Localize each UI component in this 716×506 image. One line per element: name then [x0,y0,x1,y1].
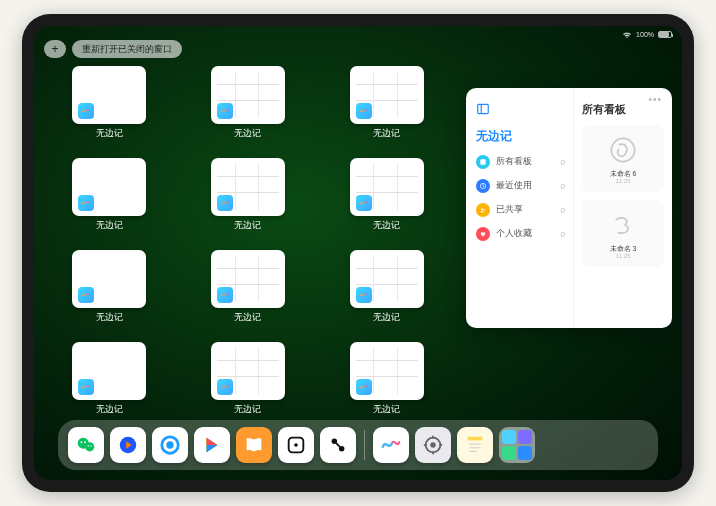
freeform-app-icon [356,103,372,119]
freeform-app-icon [217,379,233,395]
sidebar-item-icon [476,227,490,241]
board-meta: 未命名 611:25 [610,169,637,186]
app-preview-panel[interactable]: ••• 无边记 所有看板0最近使用0已共享0个人收藏0 所有看板 未命名 611… [466,88,672,328]
window-thumbnail[interactable]: 无边记 [183,342,314,414]
window-preview [211,250,285,308]
window-label: 无边记 [373,127,400,140]
sidebar-item-label: 已共享 [496,204,523,216]
window-thumbnail[interactable]: 无边记 [321,342,452,414]
sidebar-item-count: 0 [561,158,565,167]
panel-sidebar: 无边记 所有看板0最近使用0已共享0个人收藏0 [466,88,574,328]
dock [58,420,658,470]
window-label: 无边记 [234,219,261,232]
sidebar-list: 所有看板0最近使用0已共享0个人收藏0 [476,155,565,241]
window-thumbnail[interactable]: 无边记 [44,66,175,152]
freeform-app-icon [217,103,233,119]
reopen-closed-window-button[interactable]: 重新打开已关闭的窗口 [72,40,182,58]
svg-point-15 [166,441,173,448]
freeform-app-icon [78,287,94,303]
window-label: 无边记 [234,127,261,140]
window-label: 无边记 [373,403,400,414]
sidebar-item[interactable]: 所有看板0 [476,155,565,169]
freeform-app-icon [217,195,233,211]
dock-app-play[interactable] [194,427,230,463]
dock-app-notes[interactable] [457,427,493,463]
window-label: 无边记 [96,311,123,324]
svg-point-5 [484,209,486,211]
freeform-app-icon [356,195,372,211]
sidebar-item-label: 所有看板 [496,156,532,168]
panel-title: 无边记 [476,128,565,145]
expose-content: 无边记无边记无边记无边记无边记无边记无边记无边记无边记无边记无边记无边记 •••… [34,62,682,414]
sidebar-item-count: 0 [561,206,565,215]
screen: 100% + 重新打开已关闭的窗口 无边记无边记无边记无边记无边记无边记无边记无… [34,26,682,480]
sidebar-item-label: 个人收藏 [496,228,532,240]
svg-rect-26 [468,437,483,441]
dock-app-dice[interactable] [278,427,314,463]
board-card[interactable]: 未命名 611:25 [582,125,664,192]
board-preview [601,206,645,244]
sidebar-toggle-icon[interactable] [476,102,490,120]
battery-icon [658,31,672,38]
window-preview [350,250,424,308]
window-preview [211,342,285,400]
panel-content: 所有看板 未命名 611:25未命名 311:25 [574,88,672,328]
freeform-app-icon [356,287,372,303]
sidebar-item-icon [476,179,490,193]
window-preview [72,66,146,124]
window-label: 无边记 [96,219,123,232]
ipad-frame: 100% + 重新打开已关闭的窗口 无边记无边记无边记无边记无边记无边记无边记无… [22,14,694,492]
freeform-app-icon [78,195,94,211]
window-preview [350,342,424,400]
svg-point-11 [88,445,89,446]
more-icon[interactable]: ••• [648,94,662,105]
freeform-app-icon [78,379,94,395]
board-preview [601,131,645,169]
window-label: 无边记 [373,311,400,324]
new-tab-button[interactable]: + [44,40,66,58]
dock-app-wechat[interactable] [68,427,104,463]
window-thumbnail[interactable]: 无边记 [183,66,314,152]
top-pill-bar: + 重新打开已关闭的窗口 [34,40,682,62]
window-preview [211,66,285,124]
window-preview [350,158,424,216]
window-thumbnail[interactable]: 无边记 [183,250,314,336]
window-label: 无边记 [373,219,400,232]
svg-point-21 [430,442,436,448]
window-thumbnail[interactable]: 无边记 [183,158,314,244]
freeform-app-icon [78,103,94,119]
sidebar-item[interactable]: 已共享0 [476,203,565,217]
window-preview [72,342,146,400]
dock-app-books[interactable] [236,427,272,463]
window-thumbnail[interactable]: 无边记 [44,250,175,336]
svg-rect-2 [480,159,485,164]
window-thumbnail[interactable]: 无边记 [44,158,175,244]
window-preview [72,158,146,216]
svg-rect-0 [478,104,489,113]
dock-app-tencent-video[interactable] [110,427,146,463]
dock-app-library[interactable] [499,427,535,463]
status-bar: 100% [34,26,682,40]
window-preview [350,66,424,124]
sidebar-item[interactable]: 个人收藏0 [476,227,565,241]
dock-app-settings[interactable] [415,427,451,463]
sidebar-item-label: 最近使用 [496,180,532,192]
window-thumbnail[interactable]: 无边记 [321,66,452,152]
battery-text: 100% [636,31,654,38]
board-card[interactable]: 未命名 311:25 [582,200,664,267]
window-thumbnail[interactable]: 无边记 [321,158,452,244]
dock-app-freeform[interactable] [373,427,409,463]
sidebar-item-icon [476,155,490,169]
window-label: 无边记 [234,403,261,414]
window-thumbnail[interactable]: 无边记 [321,250,452,336]
dock-app-qq-browser[interactable] [152,427,188,463]
dock-divider [364,430,365,460]
boards-list: 未命名 611:25未命名 311:25 [582,125,664,275]
svg-point-8 [85,442,94,451]
window-thumbnail[interactable]: 无边记 [44,342,175,414]
window-label: 无边记 [96,127,123,140]
svg-point-4 [481,208,483,210]
dock-app-connect[interactable] [320,427,356,463]
svg-point-6 [611,138,634,161]
sidebar-item[interactable]: 最近使用0 [476,179,565,193]
